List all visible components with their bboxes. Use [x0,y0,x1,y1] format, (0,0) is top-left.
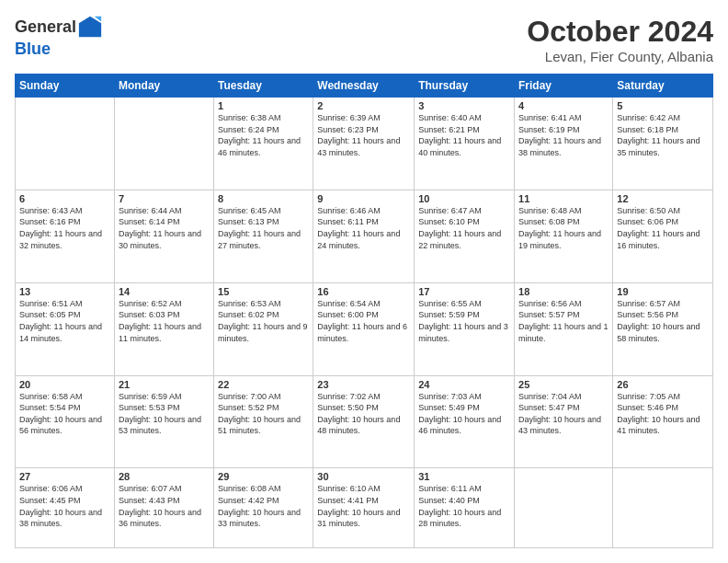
weekday-header: Wednesday [313,75,415,98]
calendar-cell: 18Sunrise: 6:56 AM Sunset: 5:57 PM Dayli… [515,282,613,375]
day-number: 19 [617,286,709,297]
header: General Blue October 2024 Levan, Fier Co… [15,15,713,64]
day-number: 24 [418,379,510,390]
day-number: 16 [317,286,410,297]
day-number: 15 [218,286,309,297]
day-number: 26 [617,379,709,390]
calendar-cell: 25Sunrise: 7:04 AM Sunset: 5:47 PM Dayli… [515,375,613,468]
day-info: Sunrise: 6:40 AM Sunset: 6:21 PM Dayligh… [418,112,510,158]
day-number: 6 [19,193,110,204]
logo-blue-text: Blue [15,40,51,58]
calendar-cell: 7Sunrise: 6:44 AM Sunset: 6:14 PM Daylig… [114,190,213,282]
day-number: 9 [317,193,410,204]
calendar-cell: 12Sunrise: 6:50 AM Sunset: 6:06 PM Dayli… [613,190,713,282]
weekday-header: Sunday [16,75,115,98]
day-info: Sunrise: 6:41 AM Sunset: 6:19 PM Dayligh… [518,112,609,158]
day-number: 2 [317,100,410,111]
calendar-cell: 10Sunrise: 6:47 AM Sunset: 6:10 PM Dayli… [415,190,515,282]
day-number: 18 [518,286,609,297]
calendar-cell: 23Sunrise: 7:02 AM Sunset: 5:50 PM Dayli… [313,375,415,468]
calendar-cell: 1Sunrise: 6:38 AM Sunset: 6:24 PM Daylig… [214,98,313,190]
day-info: Sunrise: 6:47 AM Sunset: 6:10 PM Dayligh… [418,205,510,251]
day-info: Sunrise: 6:43 AM Sunset: 6:16 PM Dayligh… [19,205,110,251]
day-number: 5 [617,100,709,111]
day-info: Sunrise: 6:44 AM Sunset: 6:14 PM Dayligh… [119,205,210,251]
weekday-header: Thursday [415,75,515,98]
logo: General Blue [15,15,104,59]
calendar-header-row: SundayMondayTuesdayWednesdayThursdayFrid… [16,75,713,98]
day-info: Sunrise: 6:56 AM Sunset: 5:57 PM Dayligh… [518,298,609,344]
calendar-week-row: 6Sunrise: 6:43 AM Sunset: 6:16 PM Daylig… [16,190,713,282]
calendar-cell: 24Sunrise: 7:03 AM Sunset: 5:49 PM Dayli… [415,375,515,468]
calendar-cell: 28Sunrise: 6:07 AM Sunset: 4:43 PM Dayli… [114,468,213,548]
day-number: 29 [218,471,309,482]
title-block: October 2024 Levan, Fier County, Albania [527,15,713,64]
day-info: Sunrise: 7:05 AM Sunset: 5:46 PM Dayligh… [617,391,709,437]
calendar-cell: 19Sunrise: 6:57 AM Sunset: 5:56 PM Dayli… [613,282,713,375]
day-info: Sunrise: 6:46 AM Sunset: 6:11 PM Dayligh… [317,205,410,251]
logo-icon [77,15,103,40]
calendar-cell: 27Sunrise: 6:06 AM Sunset: 4:45 PM Dayli… [16,468,115,548]
location-subtitle: Levan, Fier County, Albania [527,49,713,64]
day-number: 22 [218,379,309,390]
day-info: Sunrise: 6:53 AM Sunset: 6:02 PM Dayligh… [218,298,309,344]
day-number: 30 [317,471,410,482]
calendar-cell [613,468,713,548]
calendar-cell: 30Sunrise: 6:10 AM Sunset: 4:41 PM Dayli… [313,468,415,548]
day-info: Sunrise: 6:59 AM Sunset: 5:53 PM Dayligh… [119,391,210,437]
calendar-cell: 6Sunrise: 6:43 AM Sunset: 6:16 PM Daylig… [16,190,115,282]
calendar-week-row: 1Sunrise: 6:38 AM Sunset: 6:24 PM Daylig… [16,98,713,190]
calendar-cell: 29Sunrise: 6:08 AM Sunset: 4:42 PM Dayli… [214,468,313,548]
day-number: 8 [218,193,309,204]
day-info: Sunrise: 6:58 AM Sunset: 5:54 PM Dayligh… [19,391,110,437]
day-number: 27 [19,471,110,482]
day-info: Sunrise: 6:11 AM Sunset: 4:40 PM Dayligh… [418,483,510,529]
day-info: Sunrise: 7:03 AM Sunset: 5:49 PM Dayligh… [418,391,510,437]
calendar-table: SundayMondayTuesdayWednesdayThursdayFrid… [15,74,713,548]
day-number: 25 [518,379,609,390]
day-number: 14 [119,286,210,297]
calendar-cell: 22Sunrise: 7:00 AM Sunset: 5:52 PM Dayli… [214,375,313,468]
day-info: Sunrise: 6:42 AM Sunset: 6:18 PM Dayligh… [617,112,709,158]
calendar-cell: 8Sunrise: 6:45 AM Sunset: 6:13 PM Daylig… [214,190,313,282]
calendar-cell: 17Sunrise: 6:55 AM Sunset: 5:59 PM Dayli… [415,282,515,375]
day-number: 17 [418,286,510,297]
calendar-cell [114,98,213,190]
day-info: Sunrise: 7:04 AM Sunset: 5:47 PM Dayligh… [518,391,609,437]
day-number: 12 [617,193,709,204]
calendar-week-row: 27Sunrise: 6:06 AM Sunset: 4:45 PM Dayli… [16,468,713,548]
calendar-cell: 15Sunrise: 6:53 AM Sunset: 6:02 PM Dayli… [214,282,313,375]
day-info: Sunrise: 6:45 AM Sunset: 6:13 PM Dayligh… [218,205,309,251]
day-number: 11 [518,193,609,204]
day-number: 28 [119,471,210,482]
day-number: 3 [418,100,510,111]
calendar-cell: 16Sunrise: 6:54 AM Sunset: 6:00 PM Dayli… [313,282,415,375]
day-number: 13 [19,286,110,297]
day-info: Sunrise: 6:08 AM Sunset: 4:42 PM Dayligh… [218,483,309,529]
day-info: Sunrise: 6:10 AM Sunset: 4:41 PM Dayligh… [317,483,410,529]
day-number: 20 [19,379,110,390]
day-number: 31 [418,471,510,482]
day-info: Sunrise: 6:07 AM Sunset: 4:43 PM Dayligh… [119,483,210,529]
month-title: October 2024 [527,15,713,49]
calendar-cell: 5Sunrise: 6:42 AM Sunset: 6:18 PM Daylig… [613,98,713,190]
svg-marker-0 [79,17,101,37]
calendar-cell: 4Sunrise: 6:41 AM Sunset: 6:19 PM Daylig… [515,98,613,190]
calendar-week-row: 13Sunrise: 6:51 AM Sunset: 6:05 PM Dayli… [16,282,713,375]
day-number: 1 [218,100,309,111]
day-info: Sunrise: 6:38 AM Sunset: 6:24 PM Dayligh… [218,112,309,158]
day-number: 23 [317,379,410,390]
calendar-cell: 11Sunrise: 6:48 AM Sunset: 6:08 PM Dayli… [515,190,613,282]
day-info: Sunrise: 6:52 AM Sunset: 6:03 PM Dayligh… [119,298,210,344]
day-info: Sunrise: 6:50 AM Sunset: 6:06 PM Dayligh… [617,205,709,251]
weekday-header: Tuesday [214,75,313,98]
calendar-cell: 20Sunrise: 6:58 AM Sunset: 5:54 PM Dayli… [16,375,115,468]
day-number: 7 [119,193,210,204]
day-number: 21 [119,379,210,390]
calendar-cell: 26Sunrise: 7:05 AM Sunset: 5:46 PM Dayli… [613,375,713,468]
calendar-week-row: 20Sunrise: 6:58 AM Sunset: 5:54 PM Dayli… [16,375,713,468]
day-info: Sunrise: 6:06 AM Sunset: 4:45 PM Dayligh… [19,483,110,529]
weekday-header: Monday [114,75,213,98]
day-info: Sunrise: 6:54 AM Sunset: 6:00 PM Dayligh… [317,298,410,344]
day-info: Sunrise: 6:51 AM Sunset: 6:05 PM Dayligh… [19,298,110,344]
